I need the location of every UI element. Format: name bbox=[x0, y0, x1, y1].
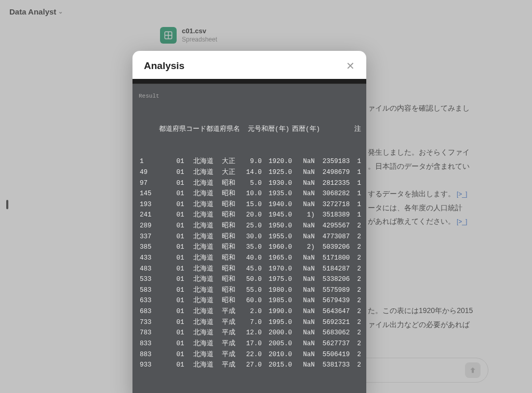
table-row: 88301北海道平成22.02010.0NaN55064192 bbox=[138, 349, 361, 360]
table-row: 73301北海道平成7.01995.0NaN56923212 bbox=[138, 317, 361, 328]
code-tab-strip bbox=[132, 79, 366, 84]
analysis-modal: Analysis ✕ Result 都道府県コード 都道府県名 元号 和暦(年)… bbox=[132, 51, 366, 393]
table-row: 48301北海道昭和45.01970.0NaN51842872 bbox=[138, 264, 361, 275]
table-row: 63301北海道昭和60.01985.0NaN56794392 bbox=[138, 295, 361, 306]
table-header-row: 都道府県コード 都道府県名 元号 和暦(年) 西暦(年) 注 bbox=[138, 124, 361, 135]
table-row: 19301北海道昭和15.01940.0NaN32727181 bbox=[138, 199, 361, 210]
table-row: 43301北海道昭和40.01965.0NaN51718002 bbox=[138, 253, 361, 264]
result-table: 都道府県コード 都道府県名 元号 和暦(年) 西暦(年) 注 101北海道大正9… bbox=[138, 103, 361, 392]
table-row: 93301北海道平成27.02015.0NaN53817332 bbox=[138, 360, 361, 371]
table-row: 38501北海道昭和35.01960.02)50392062 bbox=[138, 242, 361, 253]
table-row: 28901北海道昭和25.01950.0NaN42955672 bbox=[138, 221, 361, 232]
analysis-result: Result 都道府県コード 都道府県名 元号 和暦(年) 西暦(年) 注 10… bbox=[132, 84, 366, 393]
table-row: 58301北海道昭和55.01980.0NaN55759892 bbox=[138, 285, 361, 296]
table-row: 9701北海道昭和5.01930.0NaN28123351 bbox=[138, 178, 361, 189]
table-row: 78301北海道平成12.02000.0NaN56830622 bbox=[138, 328, 361, 338]
table-row: 14501北海道昭和10.01935.0NaN30682821 bbox=[138, 188, 361, 199]
modal-title: Analysis bbox=[144, 60, 184, 72]
table-row: 4901北海道大正14.01925.0NaN24986791 bbox=[138, 167, 361, 178]
close-icon[interactable]: ✕ bbox=[346, 61, 355, 71]
result-label: Result bbox=[138, 91, 361, 101]
table-row: 83301北海道平成17.02005.0NaN56277372 bbox=[138, 338, 361, 349]
table-row: 53301北海道昭和50.01975.0NaN53382062 bbox=[138, 274, 361, 285]
table-row: 101北海道大正9.01920.0NaN23591831 bbox=[138, 156, 361, 167]
table-row: 33701北海道昭和30.01955.0NaN47730872 bbox=[138, 232, 361, 242]
table-row: 24101北海道昭和20.01945.01)35183891 bbox=[138, 210, 361, 221]
table-row: 68301北海道平成2.01990.0NaN56436472 bbox=[138, 306, 361, 317]
